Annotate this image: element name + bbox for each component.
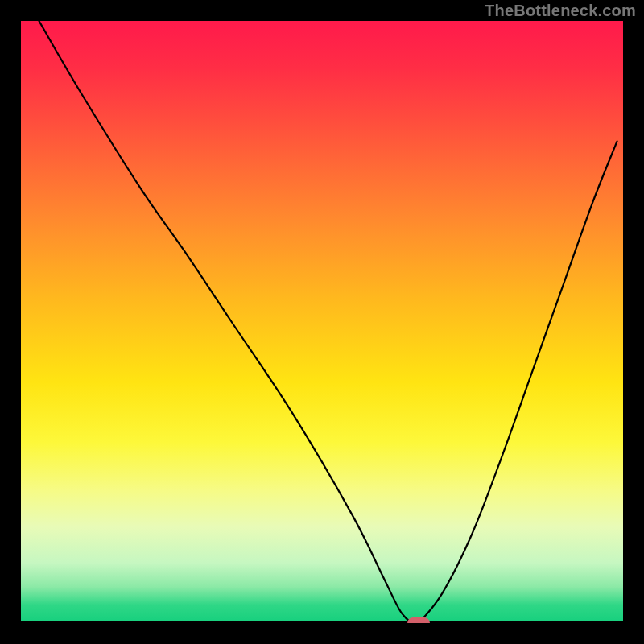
optimal-point-marker <box>407 617 430 623</box>
bottleneck-curve <box>21 21 623 623</box>
plot-area <box>21 21 623 623</box>
chart-frame: TheBottleneck.com <box>0 0 644 644</box>
x-axis-line <box>21 621 623 623</box>
watermark-text: TheBottleneck.com <box>485 2 636 20</box>
